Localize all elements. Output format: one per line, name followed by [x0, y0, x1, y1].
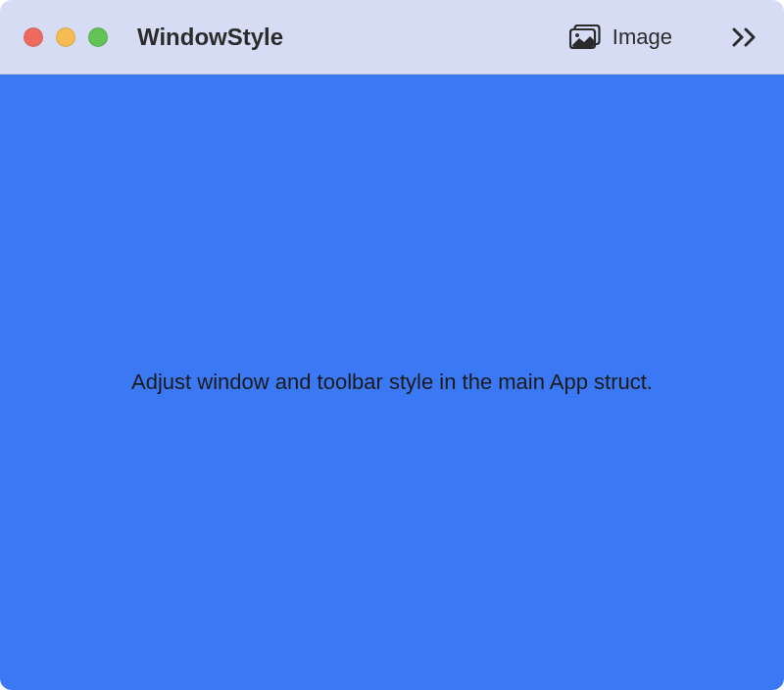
app-window: WindowStyle Image Adjust window and tool… [0, 0, 784, 690]
toolbar-item-image[interactable]: Image [569, 25, 672, 50]
titlebar: WindowStyle Image [0, 0, 784, 74]
zoom-button[interactable] [88, 27, 108, 47]
content-message: Adjust window and toolbar style in the m… [131, 370, 653, 395]
toolbar-overflow-button[interactable] [729, 22, 760, 53]
image-icon [569, 25, 601, 50]
close-button[interactable] [24, 27, 43, 47]
window-title: WindowStyle [137, 24, 283, 51]
minimize-button[interactable] [56, 27, 75, 47]
chevron-double-right-icon [732, 26, 758, 48]
toolbar-item-label: Image [612, 25, 672, 50]
content-area: Adjust window and toolbar style in the m… [0, 74, 784, 690]
svg-point-2 [575, 33, 579, 37]
traffic-lights [24, 27, 108, 47]
